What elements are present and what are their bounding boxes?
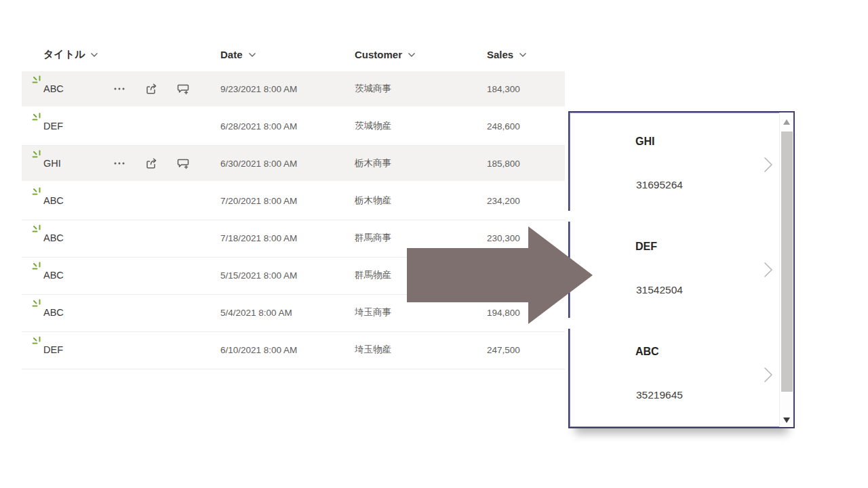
new-item-icon [31, 75, 43, 87]
share-icon [144, 156, 159, 171]
canvas: { "table": { "columns": [ { "label": "タイ… [0, 0, 868, 488]
row-customer: 茨城物産 [355, 108, 391, 144]
column-header-date-label: Date [220, 49, 243, 60]
more-actions-button[interactable] [111, 155, 127, 171]
row-date: 5/15/2021 8:00 AM [220, 258, 297, 293]
row-title[interactable]: ABC [43, 295, 64, 330]
gallery-item-title: DEF [635, 241, 657, 253]
column-header-sales-label: Sales [487, 49, 513, 60]
more-actions-button[interactable] [111, 81, 127, 97]
selection-handle[interactable] [566, 318, 572, 329]
table-row[interactable]: ABC [22, 71, 565, 108]
row-sales: 230,300 [487, 220, 520, 256]
new-item-icon [31, 149, 43, 161]
gallery-item-value: 35219645 [636, 389, 683, 401]
row-title[interactable]: GHI [43, 146, 61, 181]
row-hover-actions [111, 81, 191, 97]
row-customer: 群馬物産 [355, 258, 391, 293]
scroll-down-icon[interactable] [783, 418, 790, 423]
gallery-scrollbar[interactable] [779, 113, 793, 427]
row-date: 7/18/2021 8:00 AM [220, 220, 297, 256]
row-date: 6/28/2021 8:00 AM [220, 108, 297, 144]
new-item-icon [31, 224, 43, 236]
row-title[interactable]: ABC [43, 183, 64, 218]
sort-chevron-icon[interactable] [408, 52, 416, 58]
gallery-items: GHI 31695264 DEF 31542504 ABC 35219645 [570, 113, 779, 427]
row-date: 6/30/2021 8:00 AM [220, 146, 297, 181]
row-customer: 茨城商事 [355, 71, 391, 106]
row-sales: 248,600 [487, 108, 520, 144]
sort-chevron-icon[interactable] [90, 52, 98, 58]
row-title[interactable]: ABC [43, 71, 64, 106]
table-row[interactable]: ABC 5/4/2021 8:00 AM 埼玉商事 194,800 [22, 295, 565, 332]
column-header-title-label: タイトル [43, 48, 85, 61]
new-item-icon [31, 112, 43, 124]
row-customer: 栃木物産 [355, 183, 391, 218]
row-sales: 194,800 [487, 295, 520, 330]
new-item-icon [31, 186, 43, 199]
scroll-up-icon[interactable] [783, 119, 790, 125]
add-comment-button[interactable] [175, 155, 191, 171]
add-comment-button[interactable] [175, 81, 191, 97]
new-item-icon [31, 261, 43, 273]
row-hover-actions [111, 155, 191, 171]
table-row[interactable]: ABC 5/15/2021 8:00 AM 群馬物産 [22, 258, 565, 295]
gallery-item-title: GHI [635, 136, 654, 148]
row-date: 7/20/2021 8:00 AM [220, 183, 297, 218]
scrollbar-thumb[interactable] [781, 131, 793, 392]
sort-chevron-icon[interactable] [248, 52, 256, 58]
row-customer: 栃木商事 [355, 146, 391, 181]
selection-handle[interactable] [566, 211, 572, 222]
row-sales: 234,200 [487, 183, 520, 218]
column-header-title[interactable]: タイトル [43, 37, 98, 71]
table-row[interactable]: DEF 6/10/2021 8:00 AM 埼玉物産 247,500 [22, 332, 565, 369]
gallery-item[interactable]: ABC 35219645 [570, 323, 779, 428]
row-sales: 247,500 [487, 332, 520, 367]
sort-chevron-icon[interactable] [519, 52, 527, 58]
table-rows: ABC [22, 71, 565, 369]
share-button[interactable] [143, 81, 159, 97]
chevron-right-icon [762, 155, 775, 174]
row-title[interactable]: DEF [43, 108, 63, 144]
row-sales: 185,800 [487, 146, 520, 181]
share-button[interactable] [143, 155, 159, 171]
list-header: タイトル Date Customer Sales [22, 37, 565, 71]
powerapps-gallery[interactable]: GHI 31695264 DEF 31542504 ABC 35219645 [568, 111, 795, 428]
row-customer: 埼玉物産 [355, 332, 391, 367]
new-item-icon [31, 336, 43, 348]
next-arrow-button[interactable] [762, 155, 775, 174]
gallery-item-title: ABC [635, 346, 659, 358]
row-date: 6/10/2021 8:00 AM [220, 332, 297, 367]
gallery-item-value: 31542504 [636, 284, 683, 296]
table-row[interactable]: GHI [22, 146, 565, 183]
gallery-item[interactable]: DEF 31542504 [570, 218, 779, 323]
next-arrow-button[interactable] [762, 365, 775, 384]
comment-add-icon [176, 156, 191, 171]
share-icon [144, 81, 159, 96]
row-title[interactable]: ABC [43, 258, 64, 293]
ellipsis-icon [113, 83, 125, 95]
row-date: 5/4/2021 8:00 AM [220, 295, 292, 330]
row-title[interactable]: DEF [43, 332, 63, 367]
chevron-right-icon [762, 260, 775, 279]
ellipsis-icon [113, 157, 125, 169]
table-row[interactable]: ABC 7/20/2021 8:00 AM 栃木物産 234,200 [22, 183, 565, 220]
row-sales: 184,300 [487, 71, 520, 106]
table-row[interactable]: DEF 6/28/2021 8:00 AM 茨城物産 248,600 [22, 108, 565, 146]
chevron-right-icon [762, 365, 775, 384]
gallery-item[interactable]: GHI 31695264 [570, 113, 779, 218]
next-arrow-button[interactable] [762, 260, 775, 279]
new-item-icon [31, 298, 43, 310]
row-date: 9/23/2021 8:00 AM [220, 71, 297, 106]
column-header-sales[interactable]: Sales [487, 37, 527, 71]
sharepoint-list: タイトル Date Customer Sales ABC [22, 37, 565, 369]
gallery-item-value: 31695264 [636, 179, 683, 191]
row-title[interactable]: ABC [43, 220, 64, 256]
column-header-date[interactable]: Date [220, 37, 256, 71]
row-customer: 群馬商事 [355, 220, 391, 256]
column-header-customer[interactable]: Customer [355, 37, 416, 71]
comment-add-icon [176, 81, 191, 96]
table-row[interactable]: ABC 7/18/2021 8:00 AM 群馬商事 230,300 [22, 220, 565, 258]
row-customer: 埼玉商事 [355, 295, 391, 330]
column-header-customer-label: Customer [355, 49, 402, 60]
